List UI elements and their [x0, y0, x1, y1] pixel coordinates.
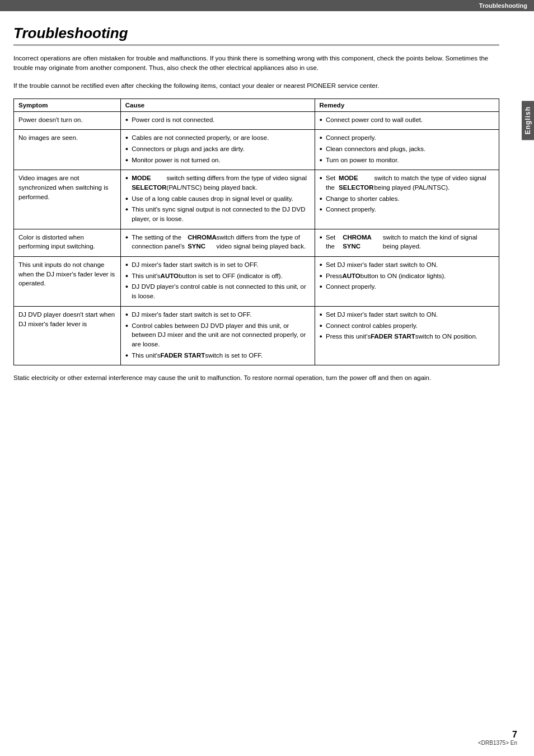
- remedy-cell: Set the CHROMA SYNC switch to match the …: [315, 229, 499, 256]
- remedy-cell: Connect power cord to wall outlet.: [315, 111, 499, 130]
- table-row: Color is distorted when performing input…: [14, 229, 499, 256]
- symptom-cell: This unit inputs do not change when the …: [14, 257, 121, 307]
- troubleshooting-table: Symptom Cause Remedy Power doesn't turn …: [13, 98, 499, 365]
- col-header-symptom: Symptom: [14, 98, 121, 111]
- symptom-cell: Color is distorted when performing input…: [14, 229, 121, 256]
- doc-id: <DRB1375> En: [478, 740, 517, 746]
- cause-cell: MODE SELECTOR switch setting differs fro…: [120, 170, 315, 229]
- symptom-cell: Video images are not synchronized when s…: [14, 170, 121, 229]
- remedy-cell: Set DJ mixer's fader start switch to ON.…: [315, 257, 499, 307]
- footer-note: Static electricity or other external int…: [13, 373, 499, 383]
- cause-cell: DJ mixer's fader start switch is in set …: [120, 257, 315, 307]
- table-row: No images are seen. Cables are not conne…: [14, 130, 499, 170]
- table-row: DJ DVD player doesn't start when DJ mixe…: [14, 306, 499, 365]
- remedy-cell: Connect properly. Clean connectors and p…: [315, 130, 499, 170]
- symptom-cell: DJ DVD player doesn't start when DJ mixe…: [14, 306, 121, 365]
- symptom-cell: Power doesn't turn on.: [14, 111, 121, 130]
- col-header-cause: Cause: [120, 98, 315, 111]
- page-footer: 7 <DRB1375> En: [478, 730, 517, 746]
- intro-paragraph-1: Incorrect operations are often mistaken …: [13, 54, 499, 73]
- remedy-cell: Set DJ mixer's fader start switch to ON.…: [315, 306, 499, 365]
- header-label: Troubleshooting: [479, 2, 527, 9]
- side-tab-label: English: [524, 106, 532, 134]
- cause-cell: The setting of the connection panel's CH…: [120, 229, 315, 256]
- page-title: Troubleshooting: [13, 25, 499, 46]
- remedy-cell: Set the MODE SELECTOR switch to match th…: [315, 170, 499, 229]
- col-header-remedy: Remedy: [315, 98, 499, 111]
- table-row: Power doesn't turn on. Power cord is not…: [14, 111, 499, 130]
- intro-paragraph-2: If the trouble cannot be rectified even …: [13, 81, 499, 91]
- main-content: Troubleshooting Incorrect operations are…: [0, 11, 522, 396]
- header-bar: Troubleshooting: [0, 0, 534, 11]
- language-side-tab: English: [522, 101, 534, 140]
- cause-cell: DJ mixer's fader start switch is set to …: [120, 306, 315, 365]
- cause-cell: Power cord is not connected.: [120, 111, 315, 130]
- cause-cell: Cables are not connected properly, or ar…: [120, 130, 315, 170]
- symptom-cell: No images are seen.: [14, 130, 121, 170]
- table-row: This unit inputs do not change when the …: [14, 257, 499, 307]
- table-row: Video images are not synchronized when s…: [14, 170, 499, 229]
- page-number: 7: [478, 730, 517, 740]
